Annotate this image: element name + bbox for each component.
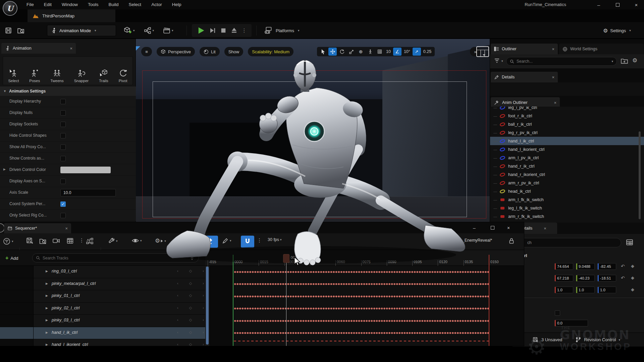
keyframe-dots[interactable]	[234, 319, 489, 322]
transform-field-y[interactable]: -40.23	[576, 275, 595, 282]
stop-button[interactable]	[220, 27, 226, 34]
rotate-tool-icon[interactable]	[338, 48, 346, 56]
expand-icon[interactable]: ▶	[46, 331, 48, 334]
platforms-button[interactable]: Platforms ▾	[264, 25, 299, 36]
track-row[interactable]: ▶ring_03_l_ctrl‹◇›	[0, 266, 205, 278]
browse-sequence-icon[interactable]	[39, 237, 47, 245]
anim-outliner-item[interactable]: —arm_l_fk_ik_switch	[490, 195, 644, 204]
anim-outliner-item[interactable]: —leg_r_pv_ik_ctrl	[490, 128, 644, 137]
keyframe-nav[interactable]: ‹◇›	[177, 306, 204, 310]
tool-trails[interactable]: Trails	[99, 69, 108, 83]
setting-value-field[interactable]: 10.0	[60, 189, 116, 196]
keyframe-nav[interactable]: ‹◇›	[177, 318, 204, 322]
unreal-logo-icon[interactable]: U	[3, 1, 17, 16]
hierarchy-icon[interactable]	[86, 237, 94, 245]
perspective-button[interactable]: Perspective	[157, 47, 195, 56]
details-checkbox[interactable]	[555, 310, 560, 316]
eject-button[interactable]	[231, 27, 237, 34]
track-row[interactable]: ▶pinky_01_l_ctrl‹◇›	[0, 290, 205, 303]
search-options-chevron-icon[interactable]: ▾	[611, 60, 613, 63]
grid-snap-value[interactable]: 10	[385, 49, 392, 54]
outliner-settings-gear-icon[interactable]: ⚙	[632, 57, 637, 64]
edit-mode-pen-icon[interactable]: ▾	[222, 237, 231, 244]
blueprints-icon[interactable]: ▾	[144, 27, 154, 34]
world-coords-icon[interactable]: ⊕	[357, 48, 365, 56]
save-icon[interactable]	[5, 27, 12, 34]
menu-edit[interactable]: Edit	[39, 0, 57, 9]
tool-snapper[interactable]: Snapper	[74, 69, 89, 83]
add-track-button[interactable]: +Add	[2, 253, 21, 263]
minimize-button[interactable]: –	[591, 0, 606, 9]
lock-icon[interactable]	[508, 238, 515, 244]
anim-outliner-item[interactable]: —arm_l_pv_ik_ctrl	[490, 154, 644, 162]
keyframe-dots[interactable]	[234, 307, 489, 310]
transform-field-z[interactable]: -82.45	[597, 263, 616, 270]
play-button[interactable]	[197, 26, 205, 35]
anim-outliner-item[interactable]: —arm_r_pv_ik_ctrl	[490, 179, 644, 187]
tab-sequencer[interactable]: Sequencer* ×	[4, 223, 71, 233]
track-search-input[interactable]: Search Tracks	[32, 253, 199, 262]
angle-snap-value[interactable]: 10°	[402, 49, 412, 54]
tab-details-top[interactable]: Details ×	[491, 72, 558, 82]
track-row[interactable]: ▶hand_l_ik_ctrl‹◇›	[0, 327, 205, 340]
close-icon[interactable]: ×	[544, 226, 546, 231]
setting-checkbox[interactable]	[60, 213, 66, 218]
keyframe-nav[interactable]: ‹◇›	[177, 281, 204, 286]
lit-button[interactable]: Lit	[200, 47, 220, 56]
playhead-marker[interactable]	[283, 254, 289, 263]
track-row[interactable]: ▶pinky_02_l_ctrl‹◇›	[0, 303, 205, 315]
render-movie-icon[interactable]	[66, 237, 74, 244]
frame-skip-button[interactable]	[209, 27, 216, 34]
keyframe-diamond-icon[interactable]: ◆	[631, 287, 634, 292]
track-row[interactable]: ▶hand_l_ikorient_ctrl‹◇›	[0, 339, 205, 346]
anim-outliner-item[interactable]: —hand_l_ikorient_ctrl	[490, 145, 644, 154]
expand-icon[interactable]: ▶	[46, 294, 48, 297]
revert-icon[interactable]: ↶	[621, 263, 625, 269]
close-button[interactable]: ×	[629, 0, 644, 9]
angle-snap-icon[interactable]: ∠	[393, 48, 401, 56]
setting-checkbox[interactable]	[60, 133, 66, 138]
menu-actor[interactable]: Actor	[146, 0, 167, 9]
sequencer-titlebar[interactable]: Sequencer* × – ×	[0, 222, 524, 233]
keyframe-dots[interactable]	[234, 295, 489, 298]
menu-select[interactable]: Select	[124, 0, 147, 9]
cinematics-icon[interactable]: ▾	[163, 27, 173, 34]
animation-settings-header[interactable]: ▼ Animation Settings	[0, 86, 136, 96]
revert-icon[interactable]: ↶	[621, 275, 625, 281]
surface-snap-icon[interactable]	[366, 48, 374, 56]
grid-snap-icon[interactable]	[375, 48, 384, 56]
expand-icon[interactable]: ▶	[46, 306, 48, 310]
outliner-search-input[interactable]: Search... ▾	[506, 57, 617, 66]
anim-outliner-item[interactable]: —hand_r_ikorient_ctrl	[490, 170, 644, 179]
menu-build[interactable]: Build	[104, 0, 124, 9]
anim-outliner-item[interactable]: —foot_r_ik_ctrl	[490, 112, 644, 120]
unsaved-count-label[interactable]: 3 Unsaved	[541, 337, 562, 342]
keyframe-diamond-icon[interactable]: ◆	[631, 275, 634, 280]
range-start-marker[interactable]	[233, 255, 233, 346]
tool-poses[interactable]: Poses	[29, 69, 40, 83]
kebab-icon[interactable]: ⋮	[79, 237, 84, 243]
eye-icon[interactable]: ▾	[131, 237, 142, 244]
scale-snap-value[interactable]: 0.25	[422, 49, 433, 54]
sequencer-minimize-button[interactable]: –	[468, 222, 480, 233]
filter-icon[interactable]	[494, 58, 501, 64]
anim-outliner-item[interactable]: —hand_l_ik_ctrl	[490, 137, 644, 145]
anim-outliner-item[interactable]: —leg_l_pv_ik_ctrl	[490, 107, 644, 112]
create-folder-icon[interactable]	[621, 58, 628, 64]
track-filter-icon[interactable]	[190, 256, 195, 260]
expand-icon[interactable]: ▶	[46, 343, 48, 346]
transform-field-y[interactable]: 9.0488	[576, 263, 595, 270]
anim-outliner-item[interactable]: —head_ik_ctrl	[490, 187, 644, 195]
add-actor-icon[interactable]: ▾	[123, 26, 135, 35]
expand-icon[interactable]: ▶	[46, 269, 48, 273]
setting-checkbox[interactable]	[60, 179, 66, 184]
setting-checkbox[interactable]: ✓	[60, 201, 66, 207]
details-view-options-icon[interactable]	[626, 239, 633, 246]
keyframe-button[interactable]	[203, 236, 218, 248]
sequence-name-label[interactable]: Q_EnemyReveal*	[459, 238, 492, 243]
close-icon[interactable]: ×	[65, 226, 68, 231]
keyframe-dots[interactable]	[234, 331, 489, 335]
tab-outliner[interactable]: Outliner ×	[491, 44, 558, 54]
viewport-menu-button[interactable]: ≡	[141, 47, 152, 56]
wrench-icon[interactable]: ▾	[108, 237, 118, 244]
